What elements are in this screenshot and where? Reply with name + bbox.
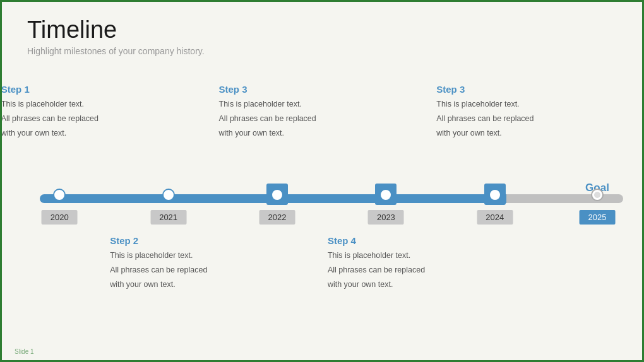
year-2022: 2022	[259, 210, 295, 225]
dot-2020	[54, 190, 64, 200]
page-subtitle: Highlight milestones of your company his…	[27, 46, 617, 56]
step3b-title: Step 3	[436, 84, 553, 95]
step4-title: Step 4	[328, 235, 444, 246]
step2-title: Step 2	[110, 235, 227, 246]
header: Timeline Highlight milestones of your co…	[2, 2, 642, 61]
step1-title: Step 1	[1, 84, 118, 95]
step-block-step1: Step 1 This is placeholder text. All phr…	[1, 84, 118, 141]
step-block-step2: Step 2 This is placeholder text. All phr…	[110, 235, 227, 293]
page-title: Timeline	[27, 17, 617, 44]
step-block-step4: Step 4 This is placeholder text. All phr…	[328, 235, 444, 293]
step3b-text: This is placeholder text. All phrases ca…	[436, 98, 553, 139]
timeline-area: Step 1 This is placeholder text. All phr…	[2, 84, 642, 360]
year-2025: 2025	[580, 210, 616, 225]
dot-2021	[164, 190, 174, 200]
dot-2024	[490, 190, 500, 200]
dot-2023	[381, 190, 391, 200]
step2-text: This is placeholder text. All phrases ca…	[110, 250, 227, 290]
slide: Timeline Highlight milestones of your co…	[0, 0, 644, 362]
year-2024: 2024	[477, 210, 513, 225]
step4-text: This is placeholder text. All phrases ca…	[328, 250, 444, 290]
timeline-track	[40, 194, 623, 203]
step1-text: This is placeholder text. All phrases ca…	[1, 98, 118, 139]
year-2023: 2023	[368, 210, 404, 225]
step3a-text: This is placeholder text. All phrases ca…	[219, 98, 336, 139]
dot-2022	[272, 190, 282, 200]
year-2020: 2020	[42, 210, 78, 225]
step-block-step3b: Step 3 This is placeholder text. All phr…	[436, 84, 553, 141]
year-2021: 2021	[150, 210, 186, 225]
watermark: Slide 1	[15, 348, 34, 355]
step-block-step3a: Step 3 This is placeholder text. All phr…	[219, 84, 336, 141]
dot-goal	[592, 190, 602, 200]
step3a-title: Step 3	[219, 84, 336, 95]
